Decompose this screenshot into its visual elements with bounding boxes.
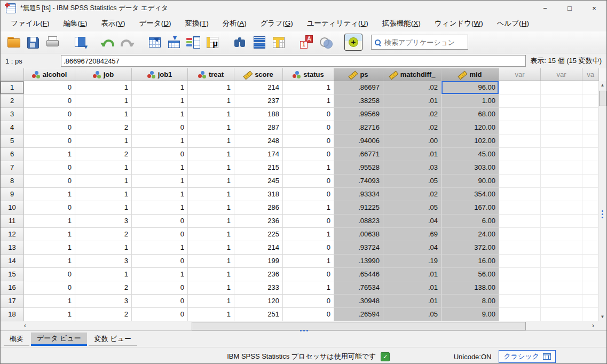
cell-r1-alcohol[interactable]: 0 [24,81,75,94]
minimize-button[interactable]: − [533,1,557,15]
cell-r2-job1[interactable]: 1 [132,94,188,108]
row-header-9[interactable]: 9 [1,188,24,201]
column-header-va-11[interactable]: va [582,68,599,81]
cell-r16-va-11[interactable] [582,281,599,295]
cell-r10-va-11[interactable] [582,201,599,215]
cell-r12-job1[interactable]: 0 [132,228,188,241]
cell-r2-var-10[interactable] [541,94,582,108]
cell-r10-ps[interactable]: .91225 [334,201,383,215]
cell-r9-job1[interactable]: 1 [132,188,188,201]
cell-r2-var-9[interactable] [499,94,541,108]
cell-r14-job[interactable]: 3 [75,255,132,268]
cell-r15-job1[interactable]: 1 [132,268,188,281]
column-header-var-10[interactable]: var [541,68,582,81]
cell-r3-var-9[interactable] [499,108,541,121]
cell-r13-alcohol[interactable]: 1 [24,241,75,255]
tab-overview[interactable]: 概要 [4,333,29,346]
cell-r17-va-11[interactable] [582,295,599,308]
cell-r9-ps[interactable]: .93334 [334,188,383,201]
cell-r5-job[interactable]: 1 [75,134,132,148]
vertical-scroll-thumb[interactable] [599,91,606,106]
cell-r6-treat[interactable]: 1 [188,148,234,161]
cell-r7-va-11[interactable] [582,161,599,175]
cell-r11-score[interactable]: 236 [234,215,283,228]
cell-r13-matchdiff_[interactable]: .04 [383,241,442,255]
menu-item-w[interactable]: ウィンドウ(W) [428,16,490,31]
cell-r6-mid[interactable]: 45.00 [442,148,499,161]
cell-r6-alcohol[interactable]: 1 [24,148,75,161]
cell-r4-alcohol[interactable]: 0 [24,121,75,134]
cell-r14-ps[interactable]: .13990 [334,255,383,268]
cell-r10-var-10[interactable] [541,201,582,215]
close-button[interactable]: × [582,1,606,15]
cell-r13-treat[interactable]: 1 [188,241,234,255]
cell-r17-matchdiff_[interactable]: .01 [383,295,442,308]
cell-r3-var-10[interactable] [541,108,582,121]
cell-r10-alcohol[interactable]: 0 [24,201,75,215]
cell-r16-matchdiff_[interactable]: .01 [383,281,442,295]
menu-item-h[interactable]: ヘルプ(H) [490,16,536,31]
cell-r11-var-9[interactable] [499,215,541,228]
cell-r3-job1[interactable]: 1 [132,108,188,121]
cell-r10-score[interactable]: 286 [234,201,283,215]
cell-r7-var-9[interactable] [499,161,541,175]
row-header-10[interactable]: 10 [1,201,24,215]
cell-r10-matchdiff_[interactable]: .05 [383,201,442,215]
save-button[interactable] [24,34,42,51]
cell-r9-treat[interactable]: 1 [188,188,234,201]
cell-r3-matchdiff_[interactable]: .02 [383,108,442,121]
cell-r8-matchdiff_[interactable]: .05 [383,175,442,188]
cell-r7-job1[interactable]: 1 [132,161,188,175]
cell-editor-input[interactable] [61,55,526,67]
split-file-button[interactable] [250,34,269,51]
cell-r17-mid[interactable]: 8.00 [442,295,499,308]
undo-button[interactable] [99,34,117,51]
cell-r7-mid[interactable]: 303.00 [442,161,499,175]
cell-r5-status[interactable]: 0 [283,134,334,148]
cell-r18-alcohol[interactable]: 1 [24,308,75,321]
cell-r2-alcohol[interactable]: 0 [24,94,75,108]
menu-item-a[interactable]: 分析(A) [216,16,254,31]
cell-r18-var-9[interactable] [499,308,541,321]
tab-data-view[interactable]: データ ビュー [31,333,87,346]
cell-r2-va-11[interactable] [582,94,599,108]
cell-r9-matchdiff_[interactable]: .02 [383,188,442,201]
open-data-button[interactable] [5,34,23,51]
cell-r12-var-10[interactable] [541,228,582,241]
cell-r4-matchdiff_[interactable]: .02 [383,121,442,134]
row-header-18[interactable]: 18 [1,308,24,321]
cell-r13-mid[interactable]: 372.00 [442,241,499,255]
cell-r16-treat[interactable]: 1 [188,281,234,295]
cell-r4-treat[interactable]: 1 [188,121,234,134]
cell-r16-score[interactable]: 233 [234,281,283,295]
cell-r1-treat[interactable]: 1 [188,81,234,94]
cell-r6-var-9[interactable] [499,148,541,161]
row-header-16[interactable]: 16 [1,281,24,295]
print-button[interactable] [43,34,61,51]
cell-r1-var-10[interactable] [541,81,582,94]
cell-r9-var-9[interactable] [499,188,541,201]
cell-r16-job[interactable]: 2 [75,281,132,295]
cell-r7-treat[interactable]: 1 [188,161,234,175]
redo-button[interactable] [118,34,136,51]
cell-r11-matchdiff_[interactable]: .04 [383,215,442,228]
cell-r1-job1[interactable]: 1 [132,81,188,94]
cell-r12-mid[interactable]: 24.00 [442,228,499,241]
row-header-8[interactable]: 8 [1,175,24,188]
cell-r15-job[interactable]: 1 [75,268,132,281]
cell-r3-status[interactable]: 0 [283,108,334,121]
column-header-var-9[interactable]: var [499,68,541,81]
cell-r8-var-9[interactable] [499,175,541,188]
cell-r11-va-11[interactable] [582,215,599,228]
cell-r7-job[interactable]: 1 [75,161,132,175]
cell-r7-alcohol[interactable]: 0 [24,161,75,175]
cell-r18-var-10[interactable] [541,308,582,321]
cell-r11-treat[interactable]: 1 [188,215,234,228]
cell-r12-job[interactable]: 2 [75,228,132,241]
cell-r8-job1[interactable]: 1 [132,175,188,188]
cell-r7-ps[interactable]: .95528 [334,161,383,175]
cell-r4-job1[interactable]: 0 [132,121,188,134]
cell-r16-ps[interactable]: .76534 [334,281,383,295]
cell-r15-alcohol[interactable]: 0 [24,268,75,281]
maximize-button[interactable]: □ [557,1,582,15]
